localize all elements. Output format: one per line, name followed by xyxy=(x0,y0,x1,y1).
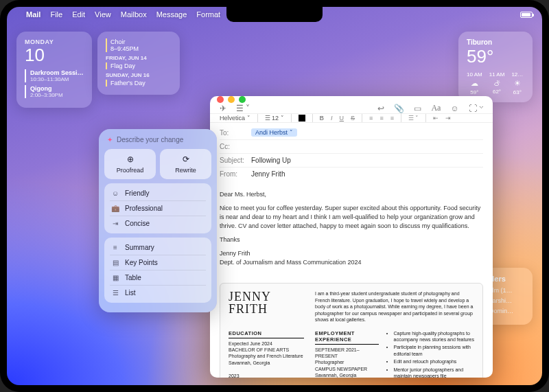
emoji-button[interactable]: ☺ xyxy=(450,104,458,113)
calendar-day: MONDAY xyxy=(25,38,84,45)
tone-professional[interactable]: 💼Professional xyxy=(104,201,211,216)
tone-concise[interactable]: ⇥Concise xyxy=(104,216,211,231)
menu-mailbox[interactable]: Mailbox xyxy=(121,10,147,19)
align-left-button[interactable]: ≡ xyxy=(369,115,373,122)
photos-button[interactable]: ⛶ ˅ xyxy=(469,104,483,113)
weather-widget[interactable]: Tiburon 59° 10 AM ☁︎ 59° 11 AM ⛅︎ 62° 12… xyxy=(458,32,533,102)
arrow-compress-icon: ⇥ xyxy=(111,220,119,227)
upcoming-event: Father's Day xyxy=(106,80,172,87)
attachment-preview[interactable]: JENNY FRITH I am a third-year student un… xyxy=(220,283,483,378)
upcoming-header: SUNDAY, JUN 16 xyxy=(106,72,172,78)
minimize-button[interactable] xyxy=(228,96,235,103)
menu-edit[interactable]: Edit xyxy=(72,10,85,19)
indent-out-button[interactable]: ⇤ xyxy=(433,115,439,122)
weather-hour: 12… ☀︎ 63° xyxy=(511,71,523,95)
writing-tools-panel: ✦ Describe your change ⊕ Proofread ⟳ Rew… xyxy=(99,129,217,312)
writing-tools-header[interactable]: ✦ Describe your change xyxy=(104,135,211,149)
send-button[interactable]: ✈︎ xyxy=(220,104,226,113)
attachment-education: EDUCATION Expected June 2024 BACHELOR OF… xyxy=(229,330,304,378)
calendar-date: 10 xyxy=(25,45,84,65)
titlebar[interactable] xyxy=(210,96,493,103)
format-bar: Helvetica ˅ ☰ 12 ˅ B I U S ≡ ≡ ≡ ☰ ˅ ⇤ ⇥ xyxy=(210,113,493,123)
attachment-employment: EMPLOYMENT EXPERIENCE SEPTEMBER 2021–PRE… xyxy=(315,330,474,378)
calendar-widget[interactable]: MONDAY 10 Darkroom Session 10:30–11:30AM… xyxy=(16,32,92,108)
magnifier-icon: ⊕ xyxy=(127,154,134,164)
attachment-name: JENNY FRITH xyxy=(229,290,304,323)
subject-field[interactable]: Following Up xyxy=(251,157,291,164)
bold-button[interactable]: B xyxy=(320,115,325,122)
calendar-event: Darkroom Session 10:30–11:30AM xyxy=(25,69,84,82)
from-value: Jenny Frith xyxy=(251,170,285,178)
from-label: From: xyxy=(220,170,247,178)
partly-cloudy-icon: ⛅︎ xyxy=(493,79,501,87)
smile-icon: ☺ xyxy=(111,189,119,197)
align-center-button[interactable]: ≡ xyxy=(379,115,383,122)
laptop-bezel: Mail File Edit View Mailbox Message Form… xyxy=(0,0,549,392)
compose-headers: To: Andi Herbst ˅ Cc: Subject: Following… xyxy=(210,123,493,183)
body-signature: Jenny Frith Dept. of Journalism and Mass… xyxy=(220,249,483,267)
font-select[interactable]: Helvetica ˅ xyxy=(220,115,250,122)
header-fields-button[interactable]: ☰ ˅ xyxy=(236,104,250,113)
table-icon: ▦ xyxy=(111,274,119,281)
upcoming-event: Flag Day xyxy=(106,62,172,69)
transform-summary[interactable]: ≡Summary xyxy=(104,240,211,255)
bullets-icon: ▤ xyxy=(111,259,119,266)
display-notch xyxy=(226,7,323,22)
menu-format[interactable]: Format xyxy=(196,10,220,19)
body-thanks: Thanks xyxy=(220,235,483,244)
underline-button[interactable]: U xyxy=(340,115,344,122)
from-row[interactable]: From: Jenny Frith xyxy=(220,168,483,181)
to-row[interactable]: To: Andi Herbst ˅ xyxy=(220,126,483,140)
italic-button[interactable]: I xyxy=(331,115,333,122)
upcoming-event: Choir 8–9:45PM xyxy=(106,38,172,52)
close-button[interactable] xyxy=(217,96,224,103)
rewrite-button[interactable]: ⟳ Rewrite xyxy=(160,149,211,179)
align-right-button[interactable]: ≡ xyxy=(390,115,394,122)
transform-list[interactable]: ☰List xyxy=(104,286,211,300)
menu-message[interactable]: Message xyxy=(156,10,187,19)
writing-tools-input[interactable]: Describe your change xyxy=(117,136,183,143)
calendar-event: Qigong 2:00–3:30PM xyxy=(25,85,84,98)
compose-body[interactable]: Dear Ms. Herbst, Nice to meet you for co… xyxy=(210,183,493,279)
cc-label: Cc: xyxy=(220,143,247,150)
weather-hour: 10 AM ☁︎ 59° xyxy=(467,71,482,95)
attach-button[interactable]: 📎 xyxy=(394,104,404,113)
attachment-summary: I am a third-year student undergraduate … xyxy=(315,290,474,323)
sun-icon: ☀︎ xyxy=(514,79,521,88)
transform-keypoints[interactable]: ▤Key Points xyxy=(104,255,211,270)
battery-icon[interactable] xyxy=(520,12,533,18)
font-size-select[interactable]: ☰ 12 ˅ xyxy=(265,115,284,122)
compose-window: ✈︎ ☰ ˅ ↩︎ 📎 ▭ Aa ☺ ⛶ ˅ Helvetica ˅ ☰ 12 … xyxy=(210,96,493,378)
desktop: Mail File Edit View Mailbox Message Form… xyxy=(7,7,542,385)
recipient-chip[interactable]: Andi Herbst ˅ xyxy=(251,128,297,137)
compose-toolbar: ✈︎ ☰ ˅ ↩︎ 📎 ▭ Aa ☺ ⛶ ˅ xyxy=(210,103,493,113)
sparkle-icon: ✦ xyxy=(107,136,113,143)
proofread-button[interactable]: ⊕ Proofread xyxy=(104,149,156,179)
upcoming-widget[interactable]: Choir 8–9:45PM FRIDAY, JUN 14 Flag Day S… xyxy=(97,32,180,95)
cloud-icon: ☁︎ xyxy=(471,79,478,88)
zoom-button[interactable] xyxy=(239,96,246,103)
strike-button[interactable]: S xyxy=(351,115,355,122)
menu-view[interactable]: View xyxy=(95,10,111,19)
to-label: To: xyxy=(220,129,247,137)
weather-hourly: 10 AM ☁︎ 59° 11 AM ⛅︎ 62° 12… ☀︎ 63° xyxy=(467,71,524,95)
transform-table[interactable]: ▦Table xyxy=(104,270,211,285)
format-button[interactable]: ▭ xyxy=(414,104,421,113)
weather-hour: 11 AM ⛅︎ 62° xyxy=(489,71,505,95)
lines-icon: ≡ xyxy=(111,244,119,251)
body-paragraph: Nice to meet you for coffee yesterday. S… xyxy=(220,204,483,231)
cc-row[interactable]: Cc: xyxy=(220,140,483,154)
subject-label: Subject: xyxy=(220,157,247,164)
indent-in-button[interactable]: ⇥ xyxy=(445,115,451,122)
font-button[interactable]: Aa xyxy=(431,103,441,113)
menu-file[interactable]: File xyxy=(50,10,62,19)
tone-friendly[interactable]: ☺Friendly xyxy=(104,186,211,200)
briefcase-icon: 💼 xyxy=(111,205,119,212)
list-icon: ☰ xyxy=(111,289,119,297)
menu-app[interactable]: Mail xyxy=(26,10,40,19)
list-button[interactable]: ☰ ˅ xyxy=(408,115,419,122)
subject-row[interactable]: Subject: Following Up xyxy=(220,154,483,168)
tone-list: ☺Friendly 💼Professional ⇥Concise xyxy=(104,183,211,233)
text-color-button[interactable] xyxy=(299,115,305,122)
reply-icon[interactable]: ↩︎ xyxy=(377,104,384,113)
